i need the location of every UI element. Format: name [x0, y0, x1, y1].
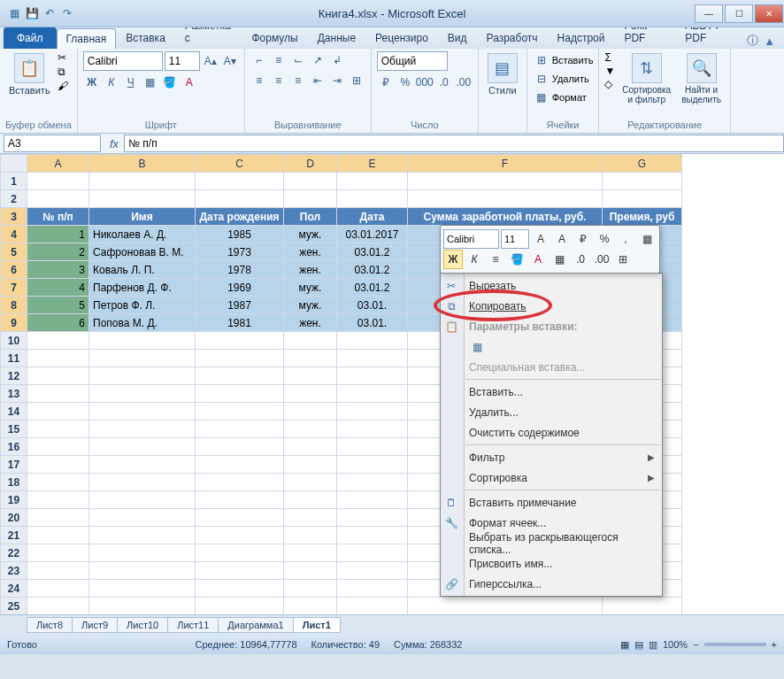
mini-comma-icon[interactable]: , [616, 229, 635, 249]
empty-cell[interactable] [337, 598, 408, 615]
tab-data[interactable]: Данные [308, 27, 365, 49]
help-icon[interactable]: ⓘ [747, 33, 758, 49]
view-layout-icon[interactable]: ▤ [634, 639, 643, 651]
empty-cell[interactable] [196, 173, 284, 190]
row-header-18[interactable]: 18 [1, 474, 27, 491]
col-header-D[interactable]: D [284, 155, 337, 173]
data-cell[interactable]: Николаев А. Д. [89, 226, 196, 243]
table-header-cell[interactable]: Дата [337, 208, 408, 226]
empty-cell[interactable] [27, 598, 89, 615]
delete-cells-icon[interactable]: ⊟ [533, 70, 550, 88]
empty-cell[interactable] [89, 438, 196, 456]
data-cell[interactable]: 2 [27, 243, 89, 261]
table-header-cell[interactable]: Пол [284, 208, 337, 226]
empty-cell[interactable] [284, 544, 337, 562]
empty-cell[interactable] [27, 509, 89, 527]
empty-cell[interactable] [284, 509, 337, 527]
styles-button[interactable]: ▤Стили [484, 51, 521, 97]
data-cell[interactable]: 1981 [196, 314, 284, 332]
data-cell[interactable]: 1985 [196, 226, 284, 243]
data-cell[interactable]: 03.01. [337, 297, 408, 314]
format-cells-icon[interactable]: ▦ [533, 89, 550, 106]
data-cell[interactable]: 5 [27, 297, 89, 314]
align-left-icon[interactable]: ≡ [250, 72, 268, 89]
empty-cell[interactable] [284, 598, 337, 615]
sheet-tab-9[interactable]: Лист9 [72, 617, 118, 633]
menu-dropdown[interactable]: Выбрать из раскрывающегося списка... [441, 533, 662, 553]
grow-font-icon[interactable]: A▴ [202, 52, 219, 70]
empty-cell[interactable] [337, 527, 408, 544]
empty-cell[interactable] [337, 509, 408, 527]
data-cell[interactable]: Петров Ф. Л. [89, 297, 196, 314]
data-cell[interactable]: 1978 [196, 261, 284, 279]
currency-icon[interactable]: ₽ [377, 73, 395, 91]
empty-cell[interactable] [27, 562, 89, 580]
empty-cell[interactable] [196, 350, 284, 367]
empty-cell[interactable] [337, 367, 408, 385]
tab-review[interactable]: Рецензиро [365, 27, 438, 49]
empty-cell[interactable] [408, 190, 603, 208]
table-header-cell[interactable]: Сумма заработной платы, руб. [408, 208, 603, 226]
status-zoom[interactable]: 100% [663, 639, 688, 650]
italic-button[interactable]: К [103, 73, 120, 91]
sheet-tab-10[interactable]: Лист10 [117, 617, 168, 633]
data-cell[interactable]: жен. [284, 261, 337, 279]
align-right-icon[interactable]: ≡ [289, 72, 307, 89]
data-cell[interactable]: 1 [27, 226, 89, 243]
align-center-icon[interactable]: ≡ [270, 72, 288, 89]
empty-cell[interactable] [196, 456, 284, 474]
font-name-input[interactable] [83, 51, 163, 71]
mini-incdec-icon[interactable]: .0 [571, 250, 590, 269]
empty-cell[interactable] [337, 190, 408, 208]
empty-cell[interactable] [89, 385, 196, 403]
row-header-13[interactable]: 13 [1, 385, 27, 403]
mini-font-name[interactable] [443, 229, 499, 249]
row-header-9[interactable]: 9 [1, 314, 27, 332]
select-all-corner[interactable] [1, 155, 27, 173]
name-box[interactable]: A3 [4, 135, 101, 152]
menu-copy[interactable]: ⧉Копировать [441, 296, 662, 316]
align-mid-icon[interactable]: ≡ [270, 51, 288, 69]
wrap-icon[interactable]: ↲ [328, 51, 346, 69]
view-normal-icon[interactable]: ▦ [620, 639, 629, 651]
align-bot-icon[interactable]: ⌙ [289, 51, 307, 69]
empty-cell[interactable] [27, 456, 89, 474]
empty-cell[interactable] [89, 190, 196, 208]
empty-cell[interactable] [284, 491, 337, 509]
empty-cell[interactable] [27, 421, 89, 438]
table-header-cell[interactable]: № п/п [27, 208, 89, 226]
indent-dec-icon[interactable]: ⇤ [309, 72, 327, 89]
empty-cell[interactable] [27, 474, 89, 491]
empty-cell[interactable] [196, 190, 284, 208]
data-cell[interactable]: Попова М. Д. [89, 314, 196, 332]
sheet-tab-1[interactable]: Лист1 [293, 617, 341, 633]
menu-cut[interactable]: ✂Вырезать [441, 275, 662, 296]
zoom-out-button[interactable]: − [693, 639, 698, 650]
row-header-12[interactable]: 12 [1, 367, 27, 385]
view-break-icon[interactable]: ▥ [649, 639, 657, 651]
empty-cell[interactable] [196, 527, 284, 544]
mini-merge-icon[interactable]: ⊞ [613, 250, 633, 269]
row-header-25[interactable]: 25 [1, 598, 27, 615]
mini-font-size[interactable] [501, 229, 529, 249]
empty-cell[interactable] [284, 527, 337, 544]
min-ribbon-icon[interactable]: ▲ [764, 35, 775, 48]
paste-button[interactable]: 📋Вставить [5, 51, 54, 97]
empty-cell[interactable] [337, 456, 408, 474]
inc-dec-icon[interactable]: .0 [435, 73, 453, 91]
mini-align-icon[interactable]: ≡ [486, 250, 505, 269]
insert-cells-label[interactable]: Вставить [552, 55, 594, 66]
sheet-tab-chart1[interactable]: Диаграмма1 [218, 617, 293, 633]
empty-cell[interactable] [89, 544, 196, 562]
empty-cell[interactable] [284, 350, 337, 367]
copy-icon[interactable]: ⧉ [58, 66, 68, 78]
empty-cell[interactable] [27, 580, 89, 598]
empty-cell[interactable] [337, 474, 408, 491]
empty-cell[interactable] [337, 544, 408, 562]
empty-cell[interactable] [196, 474, 284, 491]
data-cell[interactable]: 4 [27, 279, 89, 297]
empty-cell[interactable] [408, 598, 603, 615]
data-cell[interactable]: 1969 [196, 279, 284, 297]
data-cell[interactable]: Сафроновав В. М. [89, 243, 196, 261]
empty-cell[interactable] [284, 438, 337, 456]
